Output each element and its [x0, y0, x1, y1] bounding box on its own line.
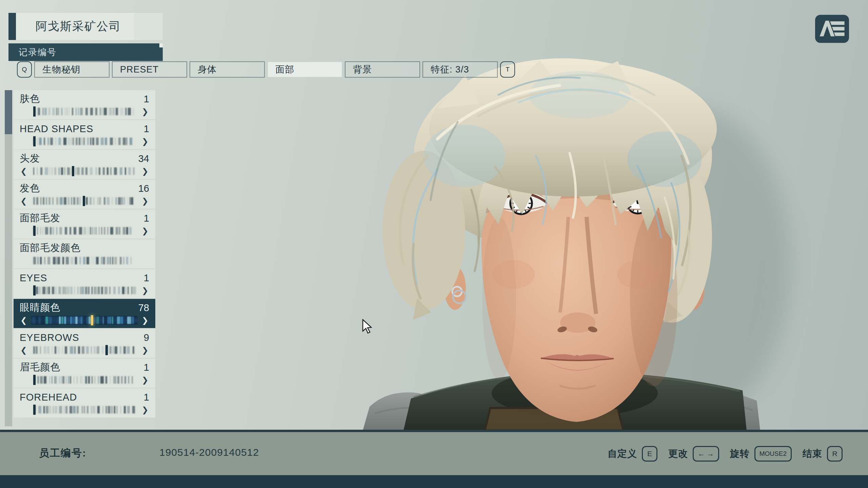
next-arrow-icon[interactable]: ❯ — [141, 166, 149, 176]
row-label: 肤色 — [20, 92, 40, 106]
barcode-pattern — [31, 406, 138, 413]
next-arrow-icon[interactable]: ❯ — [141, 285, 149, 296]
tab-4[interactable]: 背景 — [345, 61, 420, 78]
slider-position-marker — [33, 226, 36, 236]
keycap[interactable]: R — [827, 446, 843, 462]
title-accent-bar — [8, 13, 16, 40]
bottom-letterbox-strip — [0, 475, 868, 488]
keycap[interactable]: MOUSE2 — [754, 446, 792, 462]
sidebar-row-2[interactable]: 头发 34 ❮ ❯ — [14, 150, 155, 179]
control-label: 更改 — [668, 447, 688, 460]
prev-arrow-icon[interactable]: ❮ — [20, 345, 28, 355]
slider-track[interactable] — [31, 137, 138, 146]
slider-position-marker — [91, 315, 93, 325]
footer-controls: 自定义 E 更改 ← → 旋转 MOUSE2 结束 R — [608, 432, 843, 475]
row-slider: ❮ ❯ — [20, 285, 149, 296]
row-value: 1 — [144, 362, 149, 373]
slider-position-marker — [33, 405, 36, 415]
sidebar-row-3[interactable]: 发色 16 ❮ ❯ — [14, 180, 155, 209]
row-slider: ❮ ❯ — [20, 136, 149, 146]
prev-category-key-q[interactable]: Q — [17, 61, 32, 78]
row-slider: ❮ ❯ — [20, 196, 149, 206]
next-arrow-icon[interactable]: ❯ — [141, 315, 149, 325]
sidebar-row-7[interactable]: 眼睛颜色 78 ❮ ❯ — [14, 299, 155, 328]
tab-2[interactable]: 身体 — [190, 61, 265, 78]
tab-3[interactable]: 面部 — [267, 61, 342, 78]
slider-position-marker — [72, 166, 74, 176]
slider-track[interactable] — [31, 405, 138, 414]
sidebar-row-6[interactable]: EYES 1 ❮ ❯ — [14, 269, 155, 298]
prev-arrow-icon[interactable]: ❮ — [20, 166, 28, 176]
slider-position-marker — [105, 345, 108, 355]
sidebar-row-10[interactable]: FOREHEAD 1 ❮ ❯ — [14, 388, 155, 418]
barcode-pattern — [31, 257, 138, 264]
row-label: 发色 — [20, 182, 40, 195]
slider-track[interactable] — [31, 197, 138, 205]
slider-track[interactable] — [31, 107, 138, 116]
next-arrow-icon[interactable]: ❯ — [141, 106, 149, 117]
row-label: EYEBROWS — [20, 332, 79, 343]
row-value: 1 — [144, 392, 149, 403]
next-arrow-icon[interactable]: ❯ — [141, 196, 149, 206]
mouse-cursor — [362, 319, 378, 335]
tab-0[interactable]: 生物秘钥 — [34, 61, 110, 78]
sidebar-row-5[interactable]: 面部毛发颜色 ❮ ❯ — [14, 239, 155, 268]
row-slider: ❮ ❯ — [20, 315, 149, 325]
sidebar-row-1[interactable]: HEAD SHAPES 1 ❮ ❯ — [14, 120, 155, 149]
next-arrow-icon[interactable]: ❯ — [141, 405, 149, 415]
tab-5[interactable]: 特征: 3/3 — [422, 61, 498, 78]
slider-position-marker — [33, 106, 36, 117]
slider-track[interactable] — [31, 375, 138, 384]
footer-control-2: 旋转 MOUSE2 — [730, 446, 792, 462]
barcode-pattern — [31, 346, 138, 354]
row-value: 16 — [138, 183, 149, 194]
record-number-tab[interactable]: 记录编号 — [8, 43, 163, 61]
tab-1[interactable]: PRESET — [112, 61, 187, 78]
slider-track[interactable] — [31, 346, 138, 354]
sidebar-row-8[interactable]: EYEBROWS 9 ❮ ❯ — [14, 329, 155, 358]
ae-logo-icon — [815, 14, 849, 45]
row-label: HEAD SHAPES — [20, 123, 93, 135]
slider-position-marker — [33, 285, 36, 296]
barcode-pattern — [31, 376, 138, 384]
keycap[interactable]: E — [642, 446, 657, 462]
barcode-pattern — [31, 287, 138, 294]
next-arrow-icon[interactable]: ❯ — [141, 136, 149, 146]
keycap[interactable]: ← → — [693, 446, 719, 462]
barcode-pattern — [31, 138, 138, 145]
next-arrow-icon[interactable]: ❯ — [141, 345, 149, 355]
character-portrait-viewport[interactable] — [180, 54, 868, 430]
control-label: 结束 — [803, 447, 822, 460]
slider-track[interactable] — [31, 316, 138, 325]
sidebar-row-9[interactable]: 眉毛颜色 1 ❮ ❯ — [14, 359, 155, 388]
next-arrow-icon[interactable]: ❯ — [141, 375, 149, 385]
sidebar-row-4[interactable]: 面部毛发 1 ❮ ❯ — [14, 209, 155, 239]
next-arrow-icon[interactable]: ❯ — [141, 226, 149, 236]
record-number-label: 记录编号 — [19, 46, 57, 58]
slider-track[interactable] — [31, 167, 138, 176]
slider-track[interactable] — [31, 286, 138, 295]
slider-position-marker — [33, 375, 36, 385]
row-label: 面部毛发 — [20, 211, 60, 225]
footer-control-3: 结束 R — [803, 446, 843, 462]
prev-arrow-icon[interactable]: ❮ — [20, 315, 28, 325]
feature-slider-list: 肤色 1 ❮ ❯ HEAD SHAPES 1 ❮ ❯ 头发 34 — [14, 90, 155, 427]
scrollbar-thumb[interactable] — [5, 90, 12, 134]
row-label: 眉毛颜色 — [20, 361, 60, 374]
slider-position-marker — [33, 136, 36, 146]
prev-arrow-icon[interactable]: ❮ — [20, 196, 28, 206]
barcode-pattern — [31, 317, 138, 324]
footer-bar: 员工编号: 190514-2009140512 自定义 E 更改 ← → 旋转 … — [0, 432, 868, 475]
row-slider: ❮ ❯ — [20, 256, 149, 266]
sidebar-row-0[interactable]: 肤色 1 ❮ ❯ — [14, 90, 155, 119]
footer-control-0: 自定义 E — [608, 446, 657, 462]
category-tab-bar: Q 生物秘钥PRESET身体面部背景特征: 3/3 T — [17, 61, 515, 78]
row-slider: ❮ ❯ — [20, 375, 149, 385]
sidebar-scrollbar[interactable] — [5, 90, 12, 426]
employee-id-value: 190514-2009140512 — [159, 447, 259, 458]
row-label: EYES — [20, 272, 47, 284]
row-slider: ❮ ❯ — [20, 345, 149, 355]
slider-track[interactable] — [31, 256, 138, 265]
slider-track[interactable] — [31, 226, 138, 235]
next-category-key-t[interactable]: T — [500, 61, 515, 78]
